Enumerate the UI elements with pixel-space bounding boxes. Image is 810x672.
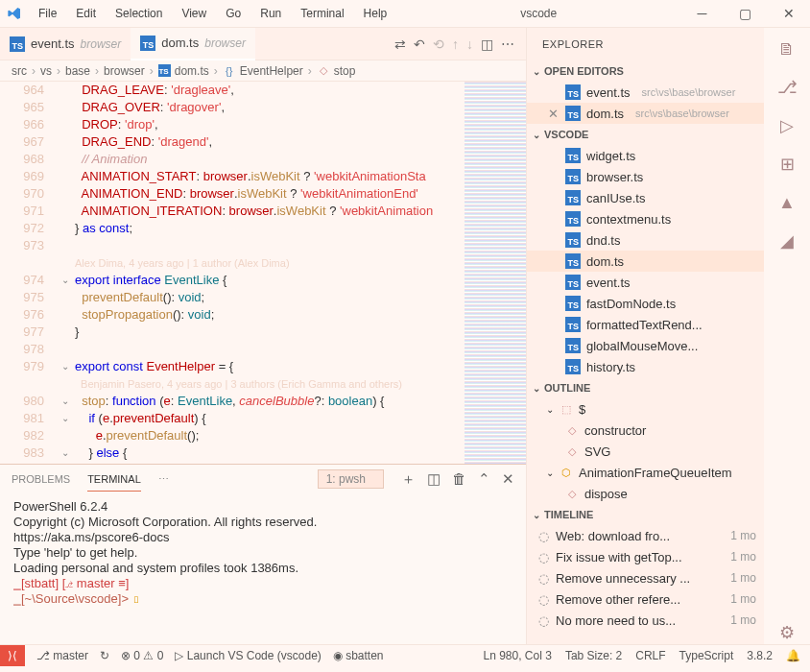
timeline-entry[interactable]: ◌Remove other refere...1 mo	[527, 588, 764, 610]
account-status[interactable]: ◉ sbatten	[333, 649, 384, 662]
fold-gutter[interactable]: ⌄⌄⌄⌄⌄	[61, 82, 75, 464]
outline-header[interactable]: ⌄OUTLINE	[527, 377, 764, 398]
problems-status[interactable]: ⊗ 0 ⚠ 0	[121, 649, 163, 662]
file-dom.ts[interactable]: TSdom.ts	[527, 251, 764, 272]
commit-icon: ◌	[538, 592, 548, 607]
prev-edit-icon[interactable]: ⟲	[433, 36, 444, 52]
file-globalMouseMove...[interactable]: TSglobalMouseMove...	[527, 335, 764, 356]
notifications-icon[interactable]: 🔔	[786, 649, 800, 662]
editor-tab-dom.ts[interactable]: TSdom.tsbrowser	[131, 28, 255, 60]
menu-selection[interactable]: Selection	[106, 7, 172, 20]
typescript-icon: TS	[140, 36, 155, 51]
file-formattedTextRend...[interactable]: TSformattedTextRend...	[527, 314, 764, 335]
breadcrumb-base[interactable]: base	[65, 64, 90, 78]
ts-version[interactable]: 3.8.2	[747, 649, 773, 662]
file-history.ts[interactable]: TShistory.ts	[527, 356, 764, 377]
extensions-icon[interactable]: ⊞	[775, 153, 798, 176]
compare-changes-icon[interactable]: ⇄	[394, 36, 406, 52]
status-bar: ⟩⟨ ⎇ master ↻ ⊗ 0 ⚠ 0 ▷ Launch VS Code (…	[0, 644, 810, 665]
outline-group[interactable]: ⌄⬡AnimationFrameQueueItem	[527, 462, 764, 483]
open-editor-dom.ts[interactable]: ✕TSdom.tssrc\vs\base\browser	[527, 103, 764, 124]
outline-item[interactable]: ◇constructor	[527, 420, 764, 441]
panel-tab-terminal[interactable]: TERMINAL	[87, 468, 141, 492]
code-editor[interactable]: 9649659669679689699709719729739749759769…	[0, 82, 526, 464]
git-sync[interactable]: ↻	[100, 649, 109, 662]
terminal-body[interactable]: PowerShell 6.2.4Copyright (c) Microsoft …	[0, 493, 526, 644]
outline-root[interactable]: ⌄⬚$	[527, 398, 764, 420]
maximize-panel-icon[interactable]: ⌃	[478, 470, 490, 489]
breadcrumb-dom.ts[interactable]: TSdom.ts	[158, 64, 209, 78]
terminal-selector[interactable]: 1: pwsh	[318, 469, 384, 489]
file-widget.ts[interactable]: TSwidget.ts	[527, 145, 764, 166]
cursor-position[interactable]: Ln 980, Col 3	[483, 649, 551, 662]
remote-indicator[interactable]: ⟩⟨	[0, 645, 25, 666]
file-dnd.ts[interactable]: TSdnd.ts	[527, 229, 764, 251]
go-back-icon[interactable]: ↶	[414, 36, 425, 52]
breadcrumb-stop[interactable]: ◇stop	[317, 64, 356, 78]
typescript-icon: TS	[565, 169, 581, 184]
menu-run[interactable]: Run	[250, 7, 291, 20]
editor-tab-event.ts[interactable]: TSevent.tsbrowser	[0, 28, 131, 60]
breadcrumb-browser[interactable]: browser	[104, 64, 145, 78]
next-change-icon[interactable]: ↓	[466, 36, 473, 52]
azure-icon[interactable]: ▲	[775, 191, 798, 214]
menu-terminal[interactable]: Terminal	[291, 7, 353, 20]
code-content[interactable]: DRAG_LEAVE: 'dragleave', DRAG_OVER: 'dra…	[75, 82, 465, 464]
split-editor-icon[interactable]: ◫	[481, 36, 493, 52]
git-branch[interactable]: ⎇ master	[36, 649, 88, 662]
menu-view[interactable]: View	[172, 7, 216, 20]
panel-tab-problems[interactable]: PROBLEMS	[12, 468, 70, 491]
scm-icon[interactable]: ⎇	[775, 76, 798, 99]
language-mode[interactable]: TypeScript	[679, 649, 734, 662]
maximize-button[interactable]: ▢	[724, 0, 767, 28]
file-browser.ts[interactable]: TSbrowser.ts	[527, 166, 764, 187]
bottom-panel: PROBLEMS TERMINAL ⋯ 1: pwsh ＋ ◫ 🗑 ⌃ ✕ Po…	[0, 464, 526, 644]
outline-item[interactable]: ◇SVG	[527, 441, 764, 462]
timeline-header[interactable]: ⌄TIMELINE	[527, 504, 764, 525]
minimap[interactable]	[465, 82, 526, 464]
typescript-icon: TS	[565, 296, 581, 311]
folder-header[interactable]: ⌄VSCODE	[527, 124, 764, 145]
editor-toolbar: ⇄ ↶ ⟲ ↑ ↓ ◫ ⋯	[383, 36, 526, 52]
commit-icon: ◌	[538, 571, 548, 586]
run-icon[interactable]: ▷	[775, 114, 798, 137]
breadcrumbs[interactable]: src›vs›base›browser›TSdom.ts›{}EventHelp…	[0, 60, 526, 82]
menu-help[interactable]: Help	[354, 7, 397, 20]
timeline-entry[interactable]: ◌Fix issue with getTop...1 mo	[527, 546, 764, 567]
launch-config[interactable]: ▷ Launch VS Code (vscode)	[175, 649, 321, 662]
line-numbers: 9649659669679689699709719729739749759769…	[0, 82, 61, 464]
settings-icon[interactable]: ⚙	[775, 621, 798, 644]
prev-change-icon[interactable]: ↑	[452, 36, 459, 52]
panel-more-icon[interactable]: ⋯	[158, 473, 169, 486]
timeline-entry[interactable]: ◌Remove unnecessary ...1 mo	[527, 567, 764, 588]
file-canIUse.ts[interactable]: TScanIUse.ts	[527, 187, 764, 208]
tab-size[interactable]: Tab Size: 2	[565, 649, 622, 662]
method-icon: ◇	[565, 487, 579, 500]
open-editor-event.ts[interactable]: TSevent.tssrc\vs\base\browser	[527, 82, 764, 103]
breadcrumb-EventHelper[interactable]: {}EventHelper	[223, 64, 303, 78]
close-icon[interactable]: ✕	[546, 107, 560, 121]
menu-go[interactable]: Go	[216, 7, 250, 20]
timeline-entry[interactable]: ◌Web: download fro...1 mo	[527, 525, 764, 546]
menu-edit[interactable]: Edit	[66, 7, 106, 20]
breadcrumb-vs[interactable]: vs	[40, 64, 52, 78]
docker-icon[interactable]: ◢	[775, 229, 798, 252]
breadcrumb-src[interactable]: src	[12, 64, 27, 78]
namespace-icon: {}	[223, 64, 236, 78]
more-actions-icon[interactable]: ⋯	[501, 36, 514, 52]
new-terminal-icon[interactable]: ＋	[401, 470, 416, 489]
kill-terminal-icon[interactable]: 🗑	[452, 470, 466, 489]
minimize-button[interactable]: ─	[680, 0, 724, 28]
file-contextmenu.ts[interactable]: TScontextmenu.ts	[527, 208, 764, 229]
close-panel-icon[interactable]: ✕	[502, 470, 514, 489]
close-button[interactable]: ✕	[767, 0, 810, 28]
explorer-icon[interactable]: 🗎	[775, 37, 798, 60]
open-editors-header[interactable]: ⌄OPEN EDITORS	[527, 60, 764, 82]
menu-file[interactable]: File	[29, 7, 66, 20]
outline-item[interactable]: ◇dispose	[527, 483, 764, 504]
split-terminal-icon[interactable]: ◫	[427, 470, 441, 489]
file-event.ts[interactable]: TSevent.ts	[527, 272, 764, 293]
timeline-entry[interactable]: ◌No more need to us...1 mo	[527, 610, 764, 631]
eol[interactable]: CRLF	[635, 649, 665, 662]
file-fastDomNode.ts[interactable]: TSfastDomNode.ts	[527, 293, 764, 314]
